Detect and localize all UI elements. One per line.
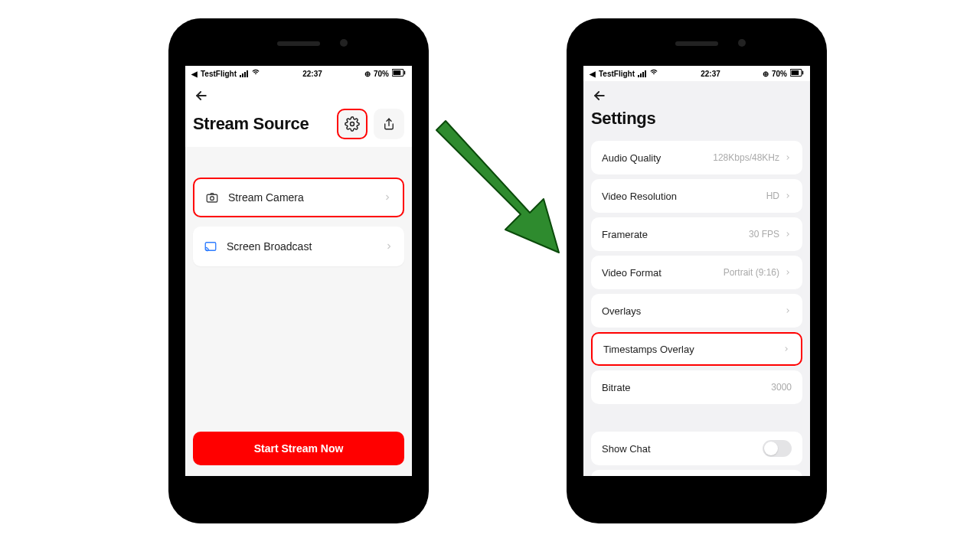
statusbar-time: 22:37	[701, 70, 720, 78]
cast-icon	[204, 240, 217, 253]
battery-icon	[790, 69, 804, 78]
setting-label: Audio Quality	[602, 152, 661, 164]
settings-list: Audio Quality 128Kbps/48KHz Video Resolu…	[583, 136, 810, 476]
setting-label: Framerate	[602, 229, 648, 240]
header: Settings	[583, 81, 810, 136]
statusbar-time: 22:37	[302, 70, 322, 78]
statusbar-carrier: TestFlight	[599, 70, 635, 78]
share-button[interactable]	[374, 109, 404, 139]
battery-prefix-icon: ⊕	[364, 70, 371, 78]
svg-rect-4	[207, 194, 217, 202]
phone-bezel: ◀ TestFlight 22:37 ⊕ 70%	[175, 24, 423, 517]
setting-row-framerate[interactable]: Framerate 30 FPS	[591, 217, 802, 251]
setting-row-audio-quality[interactable]: Audio Quality 128Kbps/48KHz	[591, 141, 802, 174]
chevron-right-icon	[784, 192, 792, 200]
setting-label: Timestamps Overlay	[603, 344, 694, 355]
option-screen-broadcast[interactable]: Screen Broadcast	[193, 227, 404, 266]
option-stream-camera[interactable]: Stream Camera	[193, 178, 404, 217]
signal-icon	[638, 70, 646, 77]
statusbar-carrier: TestFlight	[201, 70, 237, 78]
wifi-icon	[649, 69, 658, 78]
setting-label: Overlays	[602, 305, 641, 317]
svg-point-3	[351, 122, 354, 126]
setting-row-video-resolution[interactable]: Video Resolution HD	[591, 179, 802, 213]
status-bar: ◀ TestFlight 22:37 ⊕ 70%	[185, 66, 412, 81]
chevron-right-icon	[384, 242, 394, 251]
setting-value: 128Kbps/48KHz	[713, 152, 779, 163]
page-title: Stream Source	[193, 114, 309, 134]
chevron-right-icon	[784, 230, 792, 238]
page-title: Settings	[591, 109, 655, 129]
phone-speaker	[277, 41, 320, 46]
battery-prefix-icon: ⊕	[763, 70, 769, 78]
back-button[interactable]	[591, 87, 608, 104]
chevron-right-icon	[782, 345, 790, 353]
setting-label: Show Chat	[602, 443, 651, 455]
chevron-right-icon	[784, 307, 792, 315]
phone-frame-left: ◀ TestFlight 22:37 ⊕ 70%	[168, 18, 429, 523]
setting-row-overlays[interactable]: Overlays	[591, 294, 802, 328]
section-gap	[591, 409, 802, 427]
settings-button[interactable]	[337, 109, 368, 139]
screen-settings: ◀ TestFlight 22:37 ⊕ 70%	[583, 66, 810, 476]
statusbar-carrier-prefix: ◀	[191, 70, 198, 78]
header: Stream Source	[185, 81, 412, 147]
screen-stream-source: ◀ TestFlight 22:37 ⊕ 70%	[185, 66, 412, 476]
setting-value: 3000	[771, 382, 792, 393]
signal-icon	[240, 70, 248, 77]
chevron-right-icon	[383, 193, 392, 202]
phone-frame-right: ◀ TestFlight 22:37 ⊕ 70%	[567, 18, 827, 523]
svg-rect-8	[792, 70, 799, 75]
setting-value: HD	[766, 191, 779, 201]
gear-icon	[345, 116, 360, 132]
statusbar-carrier-prefix: ◀	[590, 70, 596, 78]
annotation-arrow	[429, 115, 582, 276]
option-label: Screen Broadcast	[227, 240, 312, 253]
primary-button-label: Start Stream Now	[254, 442, 344, 455]
source-options: Stream Camera Screen Broadcast	[185, 147, 412, 266]
toggle-show-chat[interactable]	[763, 440, 792, 457]
back-button[interactable]	[193, 87, 210, 104]
setting-label: Video Resolution	[602, 191, 677, 202]
setting-label: Bitrate	[602, 382, 631, 393]
option-label: Stream Camera	[228, 191, 304, 204]
svg-rect-9	[802, 71, 804, 75]
setting-row-video-format[interactable]: Video Format Portrait (9:16)	[591, 256, 802, 289]
svg-rect-2	[404, 71, 406, 75]
setting-value: 30 FPS	[749, 229, 779, 240]
battery-icon	[392, 69, 406, 78]
share-icon	[382, 117, 396, 131]
setting-row-mirror-front-camera[interactable]: Mirror Front Camera	[591, 470, 802, 476]
setting-row-show-chat[interactable]: Show Chat	[591, 432, 802, 465]
chevron-right-icon	[784, 154, 792, 161]
chevron-right-icon	[784, 269, 792, 276]
setting-row-timestamps-overlay[interactable]: Timestamps Overlay	[591, 332, 802, 366]
status-bar: ◀ TestFlight 22:37 ⊕ 70%	[583, 66, 810, 81]
setting-label: Video Format	[602, 267, 662, 279]
camera-icon	[205, 191, 219, 204]
setting-row-bitrate[interactable]: Bitrate 3000	[591, 370, 802, 404]
start-stream-button[interactable]: Start Stream Now	[193, 432, 404, 465]
svg-rect-6	[205, 243, 216, 251]
statusbar-battery: 70%	[772, 70, 787, 78]
wifi-icon	[251, 69, 260, 78]
phone-bezel: ◀ TestFlight 22:37 ⊕ 70%	[573, 24, 821, 517]
setting-value: Portrait (9:16)	[724, 267, 779, 278]
phone-speaker	[675, 41, 718, 46]
svg-point-5	[211, 197, 214, 201]
statusbar-battery: 70%	[374, 70, 389, 78]
svg-rect-1	[394, 70, 401, 75]
